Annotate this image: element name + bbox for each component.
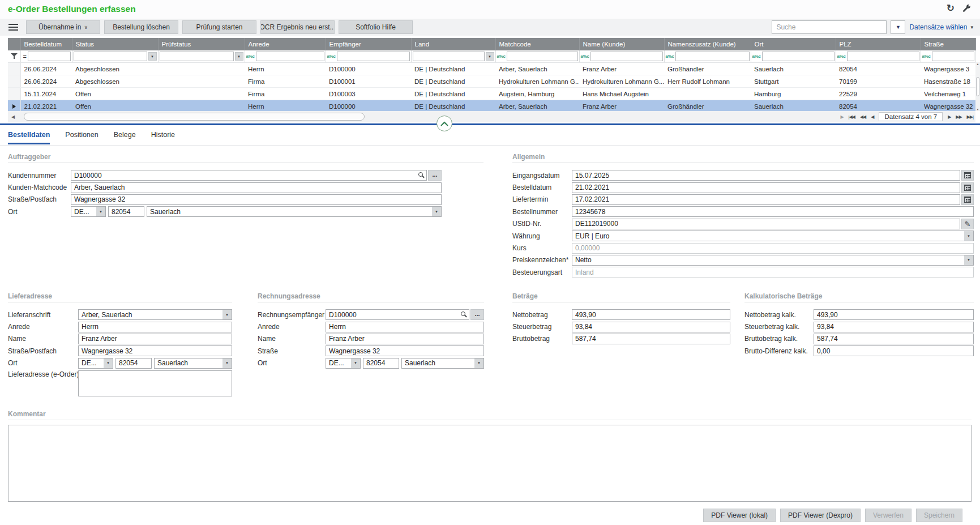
dropdown-icon[interactable]: ▼	[235, 52, 243, 61]
search-input[interactable]	[772, 20, 887, 34]
filter-input-pruefstatus[interactable]	[160, 52, 234, 61]
hamburger-menu-icon[interactable]	[8, 24, 18, 31]
liefertermin-field[interactable]	[572, 194, 960, 205]
nav-prev-record-button[interactable]: ◀	[871, 114, 874, 119]
scrollbar-thumb[interactable]	[976, 77, 979, 96]
uebernahme-in-button[interactable]: Übernahme in ∨	[26, 20, 100, 34]
tab-bestelldaten[interactable]: Bestelldaten	[8, 131, 50, 144]
grid-cell[interactable]: Sauerlach	[751, 63, 836, 75]
dropdown-icon[interactable]: ▼	[964, 231, 973, 241]
kunden-matchcode-field[interactable]	[71, 182, 442, 193]
speichern-button[interactable]: Speichern	[916, 509, 962, 522]
grid-cell[interactable]: Franz Arber	[579, 63, 664, 75]
grid-vertical-scrollbar[interactable]: ▲ ▼	[975, 62, 980, 111]
column-header-plz[interactable]: PLZ	[836, 38, 921, 50]
column-header-ort[interactable]: Ort	[751, 38, 836, 50]
scroll-up-icon[interactable]: ▲	[977, 62, 979, 66]
table-row[interactable]: 26.06.2024 Abgeschlossen Firma D100001 D…	[8, 75, 975, 88]
bestelldatum-field[interactable]	[572, 182, 960, 193]
rechnung-anrede-field[interactable]	[326, 322, 484, 332]
grid-cell[interactable]	[158, 63, 245, 75]
grid-cell[interactable]	[664, 88, 751, 100]
table-row[interactable]: 15.11.2024 Offen Firma D100003 DE | Deut…	[8, 88, 975, 100]
column-header-status[interactable]: Status	[72, 38, 158, 50]
liefer-plz-field[interactable]	[115, 358, 152, 369]
column-header-pruefstatus[interactable]: Prüfstatus	[158, 38, 245, 50]
bruttobetrag-field[interactable]	[572, 334, 730, 344]
liefer-ort-combo[interactable]	[154, 358, 232, 369]
dropdown-icon[interactable]: ▼	[96, 207, 105, 216]
dropdown-icon[interactable]: ▼	[222, 310, 232, 319]
grid-cell[interactable]: 22529	[836, 88, 921, 100]
grid-cell[interactable]: DE | Deutschland	[411, 75, 495, 88]
grid-cell[interactable]: D100003	[326, 88, 411, 100]
nav-prev-page-button[interactable]: ◀◀	[860, 114, 866, 119]
dropdown-icon[interactable]: ▼	[964, 255, 973, 265]
filter-input-name[interactable]	[590, 52, 663, 61]
column-header-name-kunde[interactable]: Name (Kunde)	[579, 38, 664, 50]
grid-cell[interactable]: Hydrokulturen Lohmann G...	[579, 75, 664, 88]
ustid-field[interactable]	[572, 219, 960, 229]
filter-input-anrede[interactable]	[256, 52, 324, 61]
dropdown-icon[interactable]: ▼	[222, 358, 232, 368]
steuerbetrag-kalk-field[interactable]	[814, 322, 974, 332]
dropdown-icon[interactable]: ▼	[148, 52, 157, 61]
rechnung-plz-field[interactable]	[363, 358, 399, 369]
search-icon[interactable]	[461, 311, 465, 316]
equals-operator-icon[interactable]: =	[22, 53, 27, 60]
grid-cell[interactable]: Wagnergasse 3	[921, 63, 975, 75]
rechnungsempfaenger-field[interactable]	[326, 309, 469, 320]
kommentar-textarea[interactable]	[8, 425, 972, 502]
ellipsis-button[interactable]: ...	[428, 170, 442, 181]
column-header-strasse[interactable]: Straße	[921, 38, 975, 50]
preiskennzeichen-combo[interactable]	[572, 255, 974, 266]
dropdown-icon[interactable]: ▼	[486, 52, 494, 61]
dropdown-icon[interactable]: ▼	[432, 207, 441, 216]
grid-cell[interactable]: 15.11.2024	[20, 88, 72, 100]
grid-cell[interactable]: 26.06.2024	[20, 63, 72, 75]
grid-cell[interactable]: Firma	[245, 75, 326, 88]
filter-input-namenszusatz[interactable]	[675, 52, 750, 61]
grid-cell[interactable]	[158, 88, 245, 100]
waehrung-combo[interactable]	[572, 231, 974, 241]
grid-cell[interactable]: Stuttgart	[751, 75, 836, 88]
grid-cell[interactable]: 70199	[836, 75, 921, 88]
ellipsis-button[interactable]: ...	[470, 309, 484, 320]
grid-cell[interactable]: D100000	[326, 63, 411, 75]
scroll-right-icon[interactable]: ▶	[840, 114, 843, 119]
select-records-button[interactable]: Datensätze wählen ▾	[909, 23, 973, 31]
filter-input-bestelldatum[interactable]	[28, 52, 71, 61]
table-row[interactable]: 26.06.2024 Abgeschlossen Herrn D100000 D…	[8, 63, 975, 75]
column-header-bestelldatum[interactable]: Bestelldatum	[20, 38, 72, 50]
pdf-viewer-lokal-button[interactable]: PDF Viewer (lokal)	[703, 509, 776, 522]
grid-cell[interactable]: DE | Deutschland	[411, 63, 495, 75]
column-header-anrede[interactable]: Anrede	[245, 38, 326, 50]
scrollbar-thumb[interactable]	[24, 113, 365, 121]
filter-input-plz[interactable]	[847, 52, 919, 61]
grid-cell[interactable]: Hydrokulturen Lohmann G...	[495, 75, 579, 88]
ocr-ergebnis-button[interactable]: OCR Ergebnis neu erst...	[260, 20, 335, 34]
brutto-differenz-kalk-field[interactable]	[814, 345, 974, 356]
nav-next-record-button[interactable]: ▶	[948, 114, 951, 119]
rechnung-strasse-field[interactable]	[326, 345, 484, 356]
collapse-panel-button[interactable]	[436, 116, 452, 131]
grid-cell[interactable]: Herrn	[245, 63, 326, 75]
nav-last-record-button[interactable]: ▶▶|	[967, 114, 973, 119]
grid-cell[interactable]: Veilchenweg 1	[921, 88, 975, 100]
pdf-viewer-dexpro-button[interactable]: PDF Viewer (Dexpro)	[780, 509, 861, 522]
liefer-strasse-field[interactable]	[78, 345, 232, 356]
lieferanschrift-combo[interactable]	[78, 309, 232, 320]
filter-input-empfaenger[interactable]	[337, 52, 410, 61]
bestellnummer-field[interactable]	[572, 206, 974, 217]
grid-cell[interactable]: Abgeschlossen	[72, 75, 158, 88]
scroll-left-icon[interactable]: ◀	[8, 114, 18, 119]
column-header-matchcode[interactable]: Matchcode	[495, 38, 579, 50]
pruefung-starten-button[interactable]: Prüfung starten	[182, 20, 256, 34]
filter-input-matchcode[interactable]	[507, 52, 578, 61]
grid-cell[interactable]: Firma	[245, 88, 326, 100]
lieferadresse-eorder-textarea[interactable]	[78, 370, 232, 396]
plz-field[interactable]	[108, 206, 144, 217]
column-header-empfaenger[interactable]: Empfänger	[326, 38, 411, 50]
eingangsdatum-field[interactable]	[572, 170, 960, 181]
refresh-icon[interactable]: ↻	[947, 3, 955, 13]
